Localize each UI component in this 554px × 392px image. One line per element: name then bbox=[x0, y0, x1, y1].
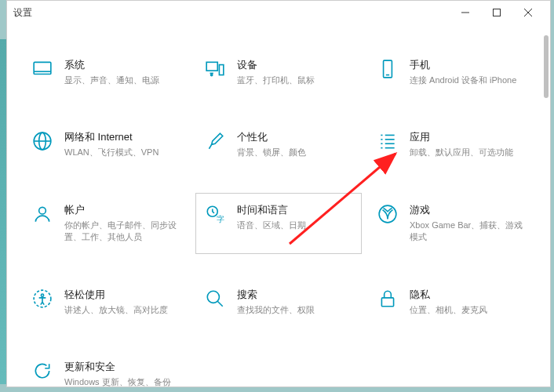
svg-rect-7 bbox=[219, 65, 223, 75]
devices-icon bbox=[204, 58, 226, 80]
tile-devices[interactable]: 设备 蓝牙、打印机、鼠标 bbox=[195, 48, 362, 96]
tile-desc: 讲述人、放大镜、高对比度 bbox=[64, 304, 180, 316]
tile-system[interactable]: 系统 显示、声音、通知、电源 bbox=[23, 48, 189, 96]
scrollbar-thumb[interactable] bbox=[544, 35, 549, 98]
tile-title: 时间和语言 bbox=[237, 203, 353, 217]
system-icon bbox=[31, 58, 53, 80]
globe-icon bbox=[31, 130, 53, 152]
settings-content: 系统 显示、声音、通知、电源 设备 蓝牙、打印机、鼠标 手机 bbox=[7, 24, 550, 387]
xbox-icon bbox=[377, 203, 399, 225]
tile-title: 轻松使用 bbox=[64, 288, 180, 302]
tile-desc: Xbox Game Bar、捕获、游戏模式 bbox=[410, 220, 526, 244]
tile-title: 个性化 bbox=[237, 130, 353, 144]
window-controls bbox=[450, 1, 544, 24]
lock-icon bbox=[377, 288, 399, 310]
svg-rect-1 bbox=[494, 9, 501, 16]
tile-desc: 位置、相机、麦克风 bbox=[410, 304, 526, 316]
tile-title: 网络和 Internet bbox=[64, 130, 180, 144]
tile-desc: 卸载、默认应用、可选功能 bbox=[410, 147, 526, 158]
accessibility-icon bbox=[31, 288, 53, 310]
tile-desc: 语音、区域、日期 bbox=[237, 220, 353, 231]
tile-update[interactable]: 更新和安全 Windows 更新、恢复、备份 bbox=[23, 350, 189, 387]
background-sliver bbox=[0, 39, 6, 384]
svg-rect-6 bbox=[206, 62, 217, 71]
tile-privacy[interactable]: 隐私 位置、相机、麦克风 bbox=[368, 278, 534, 326]
svg-point-26 bbox=[379, 205, 396, 223]
close-button[interactable] bbox=[512, 1, 544, 24]
paintbrush-icon bbox=[204, 130, 226, 152]
tile-apps[interactable]: 应用 卸载、默认应用、可选功能 bbox=[368, 120, 534, 169]
time-language-icon: 字 bbox=[204, 203, 226, 225]
tile-title: 系统 bbox=[64, 58, 180, 72]
window-title: 设置 bbox=[13, 6, 32, 20]
tile-title: 搜索 bbox=[237, 288, 353, 302]
maximize-button[interactable] bbox=[481, 1, 512, 24]
tile-desc: 背景、锁屏、颜色 bbox=[237, 147, 353, 158]
tile-title: 设备 bbox=[237, 58, 353, 72]
minimize-button[interactable] bbox=[450, 1, 481, 24]
tile-title: 更新和安全 bbox=[64, 360, 180, 374]
tile-desc: 显示、声音、通知、电源 bbox=[64, 74, 180, 86]
tile-network[interactable]: 网络和 Internet WLAN、飞行模式、VPN bbox=[23, 120, 189, 169]
settings-grid: 系统 显示、声音、通知、电源 设备 蓝牙、打印机、鼠标 手机 bbox=[23, 48, 534, 387]
svg-rect-4 bbox=[34, 62, 51, 74]
tile-title: 应用 bbox=[410, 130, 526, 144]
tile-desc: WLAN、飞行模式、VPN bbox=[64, 147, 180, 158]
svg-point-29 bbox=[207, 291, 219, 303]
tile-time-language[interactable]: 字 时间和语言 语音、区域、日期 bbox=[195, 193, 362, 254]
svg-text:字: 字 bbox=[217, 215, 224, 223]
tile-phone[interactable]: 手机 连接 Android 设备和 iPhone bbox=[368, 48, 534, 96]
tile-title: 手机 bbox=[410, 58, 526, 72]
tile-search[interactable]: 搜索 查找我的文件、权限 bbox=[195, 278, 362, 326]
tile-desc: Windows 更新、恢复、备份 bbox=[64, 376, 180, 387]
search-icon bbox=[204, 288, 226, 310]
svg-line-30 bbox=[217, 301, 223, 307]
tile-desc: 你的帐户、电子邮件、同步设置、工作、其他人员 bbox=[64, 220, 180, 244]
tile-gaming[interactable]: 游戏 Xbox Game Bar、捕获、游戏模式 bbox=[368, 193, 534, 254]
svg-rect-31 bbox=[381, 297, 393, 306]
svg-point-23 bbox=[39, 207, 46, 214]
person-icon bbox=[31, 203, 53, 225]
tile-title: 游戏 bbox=[410, 203, 526, 217]
apps-icon bbox=[377, 130, 399, 152]
tile-desc: 蓝牙、打印机、鼠标 bbox=[237, 74, 353, 86]
tile-ease-of-access[interactable]: 轻松使用 讲述人、放大镜、高对比度 bbox=[23, 278, 189, 326]
update-icon bbox=[31, 360, 53, 382]
tile-title: 隐私 bbox=[410, 288, 526, 302]
svg-point-8 bbox=[211, 74, 213, 76]
svg-point-28 bbox=[41, 294, 43, 296]
tile-personalization[interactable]: 个性化 背景、锁屏、颜色 bbox=[195, 120, 362, 169]
phone-icon bbox=[377, 58, 399, 80]
tile-desc: 连接 Android 设备和 iPhone bbox=[410, 74, 526, 86]
tile-accounts[interactable]: 帐户 你的帐户、电子邮件、同步设置、工作、其他人员 bbox=[23, 193, 189, 254]
tile-desc: 查找我的文件、权限 bbox=[237, 304, 353, 316]
titlebar: 设置 bbox=[7, 1, 550, 24]
tile-title: 帐户 bbox=[64, 203, 180, 217]
settings-window: 设置 系统 显示、声音、通知、电源 bbox=[6, 0, 551, 387]
